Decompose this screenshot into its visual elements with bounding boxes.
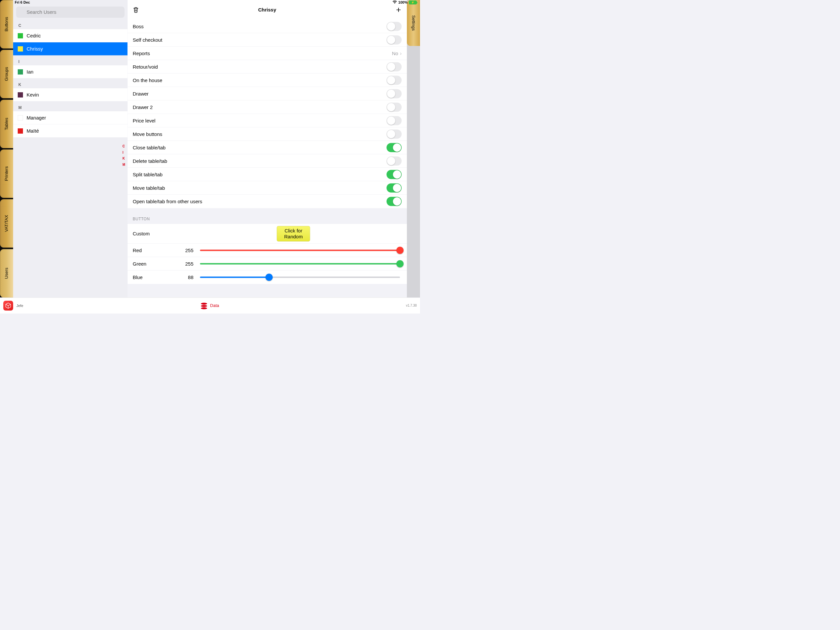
slider-track[interactable] [200, 263, 400, 264]
user-row[interactable]: Kevin [13, 88, 128, 101]
permission-label: Delete table/tab [133, 158, 167, 164]
index-letter[interactable]: K [122, 157, 125, 160]
slider-value: 88 [175, 274, 200, 280]
permission-row: Retour/void [128, 60, 407, 74]
user-color-swatch [18, 46, 23, 52]
user-color-swatch [18, 69, 23, 74]
permissions-list: BossSelf checkoutReportsNo›Retour/voidOn… [128, 20, 407, 208]
permission-row: Split table/tab [128, 168, 407, 181]
user-name: Chrissy [27, 46, 43, 52]
random-button[interactable]: Click for Random [277, 226, 310, 241]
slider-row: Blue88 [128, 271, 407, 284]
toggle-switch[interactable] [387, 170, 402, 179]
tab-printers[interactable]: Printers [0, 149, 13, 198]
section-header: K [13, 78, 128, 88]
tab-groups[interactable]: Groups [0, 50, 13, 98]
user-color-swatch [18, 115, 23, 120]
permission-label: Open table/tab from other users [133, 199, 202, 204]
permission-label: Self checkout [133, 37, 163, 43]
status-bar: Fri 6 Dec 100% ⚡ [0, 0, 420, 5]
tab-settings[interactable]: Settings [407, 0, 420, 46]
slider-thumb[interactable] [396, 247, 404, 254]
permission-row: Open table/tab from other users [128, 195, 407, 208]
user-name: Kevin [27, 92, 39, 98]
user-row[interactable]: Ian [13, 65, 128, 78]
section-header: M [13, 101, 128, 111]
permission-row: On the house [128, 74, 407, 87]
tab-vattax[interactable]: VAT/TAX [0, 199, 13, 248]
toggle-switch[interactable] [387, 183, 402, 192]
permission-row: Move table/tab [128, 181, 407, 195]
data-link[interactable]: Data [201, 303, 219, 309]
index-letter[interactable]: C [122, 144, 125, 149]
users-sidebar: CCedricChrissyIIanKKevinMManagerMaïté CI… [13, 0, 128, 298]
user-color-swatch [18, 128, 23, 134]
user-row[interactable]: Manager [13, 111, 128, 124]
toggle-switch[interactable] [387, 156, 402, 165]
battery-percent: 100% [398, 0, 407, 5]
section-header: C [13, 19, 128, 29]
permission-row: Delete table/tab [128, 154, 407, 168]
permission-label: Drawer [133, 91, 148, 97]
permission-label: Boss [133, 24, 144, 29]
user-row[interactable]: Chrissy [13, 42, 128, 55]
permission-row: Drawer [128, 87, 407, 100]
left-tab-bar: ButtonsGroupsTablesPrintersVAT/TAXUsers [0, 0, 13, 298]
user-name: Manager [27, 115, 46, 120]
toggle-switch[interactable] [387, 103, 402, 112]
toggle-switch[interactable] [387, 116, 402, 125]
permission-label: Close table/tab [133, 145, 166, 150]
status-date: Fri 6 Dec [0, 0, 30, 5]
toggle-switch[interactable] [387, 76, 402, 85]
permission-label: Drawer 2 [133, 104, 153, 110]
slider-label: Blue [133, 274, 175, 280]
user-name: Cedric [27, 33, 41, 38]
toggle-switch[interactable] [387, 35, 402, 44]
user-name: Maïté [27, 128, 39, 134]
detail-title: Chrissy [258, 7, 276, 13]
slider-thumb[interactable] [396, 260, 404, 267]
user-row[interactable]: Cedric [13, 29, 128, 42]
search-input[interactable] [16, 6, 125, 18]
index-letter[interactable]: M [122, 163, 125, 167]
slider-value: 255 [175, 247, 200, 253]
permission-row: Drawer 2 [128, 100, 407, 114]
tab-users[interactable]: Users [0, 249, 13, 298]
permission-row: Self checkout [128, 33, 407, 47]
tab-tables[interactable]: Tables [0, 100, 13, 148]
detail-pane: Chrissy BossSelf checkoutReportsNo›Retou… [128, 0, 407, 298]
permission-row: Close table/tab [128, 141, 407, 154]
trash-icon[interactable] [133, 6, 139, 13]
permission-label: Retour/void [133, 64, 158, 70]
slider-value: 255 [175, 261, 200, 267]
permission-label: Move buttons [133, 131, 163, 137]
section-header: I [13, 55, 128, 65]
permission-row: Boss [128, 20, 407, 33]
toggle-switch[interactable] [387, 89, 402, 98]
version-label: v1.7.38 [406, 304, 417, 308]
user-color-swatch [18, 33, 23, 38]
chevron-right-icon: › [400, 50, 402, 57]
slider-track[interactable] [200, 277, 400, 278]
toggle-switch[interactable] [387, 143, 402, 152]
add-icon[interactable] [395, 6, 402, 13]
slider-track[interactable] [200, 250, 400, 251]
tab-buttons[interactable]: Buttons [0, 0, 13, 49]
user-row[interactable]: Maïté [13, 124, 128, 138]
color-section: Custom Click for Random Red255Green255Bl… [128, 224, 407, 284]
permission-label: Move table/tab [133, 185, 165, 191]
slider-fill [200, 277, 269, 278]
button-section-label: BUTTON [128, 208, 407, 224]
slider-fill [200, 263, 400, 264]
toggle-switch[interactable] [387, 197, 402, 206]
toggle-switch[interactable] [387, 62, 402, 71]
toggle-switch[interactable] [387, 129, 402, 139]
app-icon[interactable] [3, 301, 13, 310]
toggle-switch[interactable] [387, 22, 402, 31]
permission-row[interactable]: ReportsNo› [128, 47, 407, 60]
user-color-swatch [18, 92, 23, 98]
index-letter[interactable]: I [122, 151, 125, 155]
slider-thumb[interactable] [265, 274, 273, 281]
battery-icon: ⚡ [409, 1, 417, 5]
index-bar[interactable]: CIKM [122, 144, 125, 166]
